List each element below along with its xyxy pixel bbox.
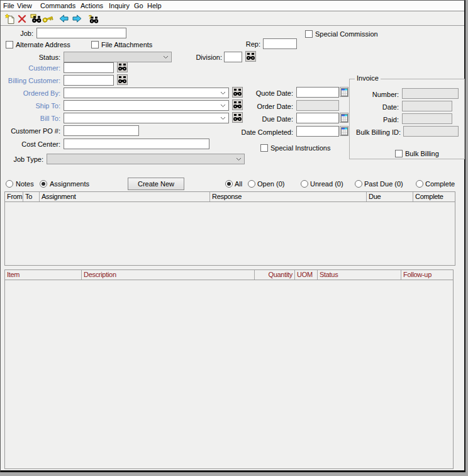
due-date-calendar-button[interactable] — [340, 113, 348, 123]
menu-view[interactable]: View — [17, 2, 32, 9]
order-date-label: Order Date: — [227, 103, 293, 110]
ship-to-combo[interactable] — [64, 100, 229, 111]
col-uom[interactable]: UOM — [295, 270, 318, 280]
rep-input[interactable] — [263, 38, 297, 49]
filter-open-radio[interactable] — [248, 180, 255, 188]
customer-input[interactable] — [64, 62, 114, 73]
bulk-billing-checkbox[interactable] — [395, 150, 403, 157]
toolbar: ? — [1, 12, 464, 26]
customer-find-button[interactable] — [117, 62, 128, 72]
search-help-icon[interactable]: ? — [87, 13, 99, 24]
due-date-input[interactable] — [296, 113, 339, 123]
filter-unread-label[interactable]: Unread (0) — [310, 180, 343, 188]
alternate-address-label: Alternate Address — [16, 41, 70, 48]
col-response[interactable]: Response — [210, 192, 367, 201]
filter-all-radio[interactable] — [225, 180, 233, 188]
col-quantity[interactable]: Quantity — [255, 270, 295, 280]
chevron-down-icon — [220, 91, 226, 95]
filter-all-label[interactable]: All — [235, 180, 242, 188]
notes-radio[interactable] — [6, 180, 13, 188]
create-new-button[interactable]: Create New — [128, 178, 184, 190]
job-input[interactable] — [36, 28, 126, 38]
alternate-address-checkbox[interactable] — [6, 41, 13, 48]
cost-center-label: Cost Center: — [1, 140, 60, 148]
key-icon[interactable] — [42, 13, 53, 24]
rep-label: Rep: — [243, 40, 260, 48]
filter-unread-radio[interactable] — [301, 180, 308, 188]
chevron-down-icon — [236, 157, 242, 161]
ordered-by-label[interactable]: Ordered By: — [1, 89, 60, 97]
col-complete[interactable]: Complete — [413, 192, 455, 201]
special-instructions-label: Special Instructions — [270, 144, 330, 152]
division-find-button[interactable] — [245, 51, 256, 62]
quote-date-label: Quote Date: — [227, 89, 293, 97]
bulk-billing-label: Bulk Billing — [405, 150, 439, 157]
filter-complete-radio[interactable] — [416, 180, 423, 188]
assignments-list-body[interactable] — [5, 202, 455, 265]
binoculars-icon — [118, 64, 126, 71]
filter-pastdue-radio[interactable] — [355, 180, 362, 188]
calendar-icon — [341, 127, 348, 135]
menu-file[interactable]: File — [3, 2, 14, 9]
col-from[interactable]: From — [5, 192, 23, 201]
col-item[interactable]: Item — [5, 270, 82, 280]
date-completed-calendar-button[interactable] — [340, 126, 348, 136]
col-followup[interactable]: Follow-up — [401, 270, 452, 280]
special-instructions-checkbox[interactable] — [260, 144, 268, 152]
menu-inquiry[interactable]: Inquiry — [109, 2, 130, 9]
status-combo[interactable] — [64, 52, 172, 62]
filter-complete-label[interactable]: Complete — [425, 180, 455, 188]
items-list-body[interactable] — [5, 280, 453, 468]
billing-customer-find-button[interactable] — [117, 74, 128, 85]
items-table-header: Item Description Quantity UOM Status Fol… — [5, 270, 453, 280]
menu-actions[interactable]: Actions — [81, 2, 103, 9]
special-commission-checkbox[interactable] — [305, 30, 313, 38]
back-icon[interactable] — [58, 13, 69, 24]
division-label: Division: — [189, 54, 222, 61]
quote-date-calendar-button[interactable] — [340, 87, 348, 97]
billing-customer-input[interactable] — [64, 75, 114, 86]
invoice-date-label: Date: — [350, 103, 399, 111]
filter-open-label[interactable]: Open (0) — [257, 180, 284, 188]
bill-to-combo[interactable] — [64, 113, 229, 123]
quote-date-input[interactable] — [296, 87, 339, 98]
menu-bar: File View Commands Actions Inquiry Go He… — [1, 1, 464, 11]
col-to[interactable]: To — [23, 192, 40, 201]
billing-customer-label[interactable]: Billing Customer: — [1, 77, 60, 84]
invoice-date-input — [402, 101, 452, 111]
filter-pastdue-label[interactable]: Past Due (0) — [364, 180, 403, 188]
col-status[interactable]: Status — [318, 270, 401, 280]
notes-radio-label[interactable]: Notes — [16, 180, 34, 188]
bulk-billing-id-input — [403, 126, 459, 137]
find-record-icon[interactable] — [30, 13, 42, 24]
invoice-number-input — [402, 88, 459, 99]
ordered-by-combo[interactable] — [64, 88, 229, 98]
chevron-down-icon — [220, 116, 226, 120]
menu-help[interactable]: Help — [147, 2, 162, 9]
assignments-table-header: From To Assignment Response Due Complete — [5, 192, 455, 202]
col-due[interactable]: Due — [367, 192, 413, 201]
date-completed-input[interactable] — [296, 126, 339, 137]
division-input[interactable] — [224, 52, 242, 62]
customer-po-input[interactable] — [64, 125, 139, 136]
cost-center-input[interactable] — [64, 139, 209, 149]
job-type-label: Job Type: — [1, 156, 43, 163]
binoculars-icon — [247, 53, 255, 60]
menu-go[interactable]: Go — [134, 2, 143, 9]
job-type-combo[interactable] — [47, 154, 245, 164]
menu-commands[interactable]: Commands — [40, 2, 75, 9]
assignments-radio-label[interactable]: Assignments — [50, 180, 89, 188]
new-record-icon[interactable] — [4, 13, 16, 24]
delete-icon[interactable] — [16, 13, 28, 24]
order-date-input — [296, 100, 339, 111]
job-label: Job: — [1, 30, 33, 37]
file-attachments-checkbox[interactable] — [91, 41, 99, 48]
ship-to-label[interactable]: Ship To: — [1, 102, 60, 110]
assignments-table: From To Assignment Response Due Complete — [4, 191, 455, 266]
bill-to-label[interactable]: Bill To: — [1, 115, 60, 122]
forward-icon[interactable] — [71, 13, 82, 24]
assignments-radio[interactable] — [40, 180, 47, 188]
customer-label[interactable]: Customer: — [1, 64, 60, 72]
col-assignment[interactable]: Assignment — [40, 192, 210, 201]
col-description[interactable]: Description — [82, 270, 255, 280]
